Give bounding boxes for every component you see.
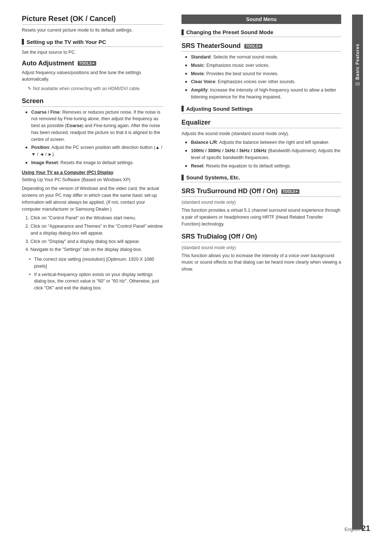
changing-preset-title: Changing the Preset Sound Mode — [186, 29, 273, 35]
pc-step-3: Click on "Display" and a display dialog … — [30, 238, 163, 245]
sidebar-tab: Basic Features 03 — [352, 15, 363, 529]
sound-systems-title: Sound Systems, Etc. — [186, 174, 240, 180]
srs-trudialog-title: SRS TruDialog (Off / On) — [181, 233, 341, 242]
picture-reset-section: Picture Reset (OK / Cancel) Resets your … — [22, 15, 163, 34]
auto-adjustment-section: Auto Adjustment TOOLS✦ Adjust frequency … — [22, 60, 163, 92]
srs-trusurround-tools-badge: TOOLS✦ — [281, 189, 299, 194]
eq-bullet-reset: Reset: Resets the equalizer to its defau… — [185, 163, 341, 170]
equalizer-desc: Adjusts the sound mode (standard sound m… — [181, 130, 341, 137]
srs-theater-tools-badge: TOOLS✦ — [244, 44, 262, 49]
srs-theater-bullets: Standard: Selects the normal sound mode.… — [181, 54, 341, 101]
page-container: Picture Reset (OK / Cancel) Resets your … — [0, 0, 392, 544]
srs-trudialog-desc: This function allows you to increase the… — [181, 252, 341, 273]
adjusting-sound-heading: Adjusting Sound Settings — [181, 106, 341, 114]
srs-trusurround-section: SRS TruSurround HD (Off / On) TOOLS✦ (st… — [181, 187, 341, 227]
srs-theater-section: SRS TheaterSound TOOLS✦ Standard: Select… — [181, 42, 341, 101]
adjusting-sound-section: Adjusting Sound Settings — [181, 106, 341, 114]
pc-step-2: Click on "Appearance and Themes" in the … — [30, 223, 163, 237]
pc-display-numbered-list: Click on "Control Panel" on the Windows … — [22, 215, 163, 253]
picture-reset-desc: Resets your current picture mode to its … — [22, 27, 163, 34]
left-column: Picture Reset (OK / Cancel) Resets your … — [0, 15, 174, 529]
pc-dot-1: The correct size setting (resolution) [O… — [29, 256, 163, 270]
pc-step-4: Navigate to the "Settings" tab on the di… — [30, 246, 163, 253]
sound-systems-heading: Sound Systems, Etc. — [181, 174, 341, 182]
auto-adjustment-note: Not available when connecting with an HD… — [22, 85, 163, 92]
srs-bullet-music: Music: Emphasizes music over voices. — [185, 62, 341, 69]
blue-bar-icon — [22, 39, 24, 45]
right-column: Sound Menu Changing the Preset Sound Mod… — [174, 15, 352, 529]
equalizer-title: Equalizer — [181, 119, 341, 128]
sound-menu-header: Sound Menu — [181, 15, 341, 24]
srs-bullet-clear-voice: Clear Voice: Emphasizes voices over othe… — [185, 78, 341, 85]
main-content: Picture Reset (OK / Cancel) Resets your … — [0, 0, 392, 544]
pc-step-1: Click on "Control Panel" on the Windows … — [30, 215, 163, 222]
screen-title: Screen — [22, 97, 163, 107]
srs-theater-title: SRS TheaterSound TOOLS✦ — [181, 42, 341, 52]
sidebar-number: 03 — [355, 82, 360, 86]
picture-reset-title: Picture Reset (OK / Cancel) — [22, 15, 163, 25]
auto-adjustment-tools-badge: TOOLS✦ — [78, 61, 96, 66]
pc-dot-2: If a vertical-frequency option exists on… — [29, 271, 163, 292]
footer-label: English — [344, 527, 360, 532]
page-number: 21 — [362, 524, 370, 533]
changing-preset-heading: Changing the Preset Sound Mode — [181, 29, 341, 37]
pc-display-text2: Depending on the version of Windows and … — [22, 185, 163, 212]
setting-up-tv-title: Setting up the TV with Your PC — [26, 39, 106, 45]
eq-bullet-balance: Balance L/R: Adjusts the balance between… — [185, 139, 341, 146]
equalizer-section: Equalizer Adjusts the sound mode (standa… — [181, 119, 341, 170]
setting-up-tv-desc: Set the input source to PC. — [22, 49, 163, 56]
srs-bullet-standard: Standard: Selects the normal sound mode. — [185, 54, 341, 61]
setting-up-tv-section: Setting up the TV with Your PC Set the i… — [22, 39, 163, 56]
auto-adjustment-desc: Adjust frequency values/positions and fi… — [22, 69, 163, 83]
srs-trudialog-note: (standard sound mode only) — [181, 244, 341, 251]
blue-bar-sound-icon — [181, 106, 184, 111]
srs-trusurround-desc: This function provides a virtual 5.1 cha… — [181, 207, 341, 227]
pc-display-text1: Setting Up Your PC Software (Based on Wi… — [22, 176, 163, 183]
srs-trusurround-note: (standard sound mode only) — [181, 199, 341, 206]
pc-display-subsection: Using Your TV as a Computer (PC) Display… — [22, 170, 163, 292]
setting-up-tv-heading: Setting up the TV with Your PC — [22, 39, 163, 47]
screen-bullets: Coarse / Fine: Removes or reduces pictur… — [22, 109, 163, 166]
pc-display-subheading: Using Your TV as a Computer (PC) Display — [22, 170, 163, 175]
screen-section: Screen Coarse / Fine: Removes or reduces… — [22, 97, 163, 292]
screen-bullet-position: Position: Adjust the PC screen position … — [25, 144, 163, 158]
page-footer: English 21 — [344, 524, 370, 533]
srs-trusurround-title: SRS TruSurround HD (Off / On) TOOLS✦ — [181, 187, 341, 197]
sidebar-label: Basic Features — [355, 44, 360, 80]
equalizer-bullets: Balance L/R: Adjusts the balance between… — [181, 139, 341, 169]
srs-bullet-movie: Movie: Provides the best sound for movie… — [185, 70, 341, 77]
screen-bullet-image-reset: Image Reset: Resets the image to default… — [25, 159, 163, 166]
srs-bullet-amplify: Amplify: Increase the intensity of high-… — [185, 87, 341, 101]
blue-bar-preset-icon — [181, 29, 184, 35]
adjusting-sound-title: Adjusting Sound Settings — [186, 106, 253, 112]
screen-bullet-coarse: Coarse / Fine: Removes or reduces pictur… — [25, 109, 163, 143]
auto-adjustment-title: Auto Adjustment TOOLS✦ — [22, 60, 163, 67]
eq-bullet-freq: 100Hz / 300Hz / 1kHz / 3kHz / 10kHz (Ban… — [185, 147, 341, 161]
pc-display-dot-list: The correct size setting (resolution) [O… — [22, 256, 163, 292]
srs-trudialog-section: SRS TruDialog (Off / On) (standard sound… — [181, 233, 341, 273]
blue-bar-systems-icon — [181, 175, 184, 180]
changing-preset-section: Changing the Preset Sound Mode — [181, 29, 341, 37]
sound-systems-section: Sound Systems, Etc. — [181, 174, 341, 182]
